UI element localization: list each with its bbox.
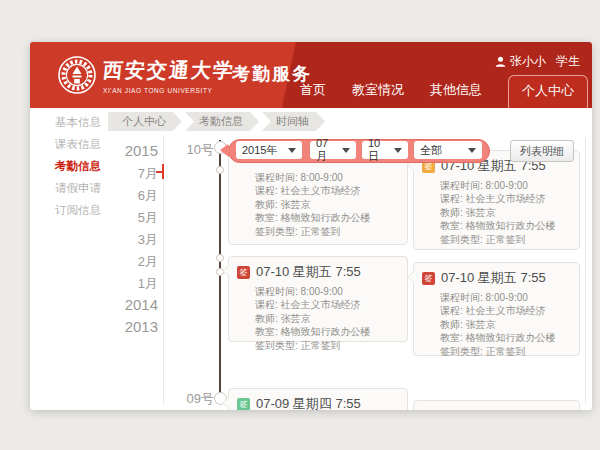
chevron-down-icon	[394, 148, 402, 153]
breadcrumb-attendance-info[interactable]: 考勤信息	[185, 112, 259, 131]
user-role: 学生	[556, 53, 580, 70]
university-name-en: XI'AN JIAO TONG UNIVERSITY	[103, 87, 235, 94]
list-detail-button[interactable]: 列表明细	[510, 140, 574, 162]
card-line-classroom: 教室: 格物致知行政办公楼	[255, 325, 399, 338]
breadcrumb-personal-center[interactable]: 个人中心	[108, 112, 182, 131]
main-nav: 首页 教室情况 其他信息 个人中心	[300, 75, 588, 108]
card-header: 签 07-09 星期四 7:55	[229, 389, 407, 410]
card-line-teacher: 教师: 张芸京	[255, 198, 399, 211]
university-name-cn: 西安交通大学	[102, 57, 237, 84]
type-dropdown-value: 全部	[420, 143, 442, 158]
current-month-marker	[162, 164, 164, 179]
timeline-scale-feb[interactable]: 2月	[90, 253, 158, 271]
card-line-teacher: 教师: 张芸京	[440, 206, 571, 219]
attendance-card[interactable]: 签 07-10 星期五 7:55 课程时间: 8:00-9:00 课程: 社会主…	[413, 150, 580, 250]
card-line-course: 课程: 社会主义市场经济	[255, 184, 399, 197]
card-line-course-time: 课程时间: 8:00-9:00	[440, 291, 571, 304]
filter-controls: 2015年 07月 10日 全部	[228, 139, 490, 163]
card-header: 签 07-10 星期五 7:55	[414, 263, 579, 287]
sidebar-item-basic-info[interactable]: 基本信息	[55, 116, 101, 129]
card-line-teacher: 教师: 张芸京	[440, 318, 571, 331]
university-logo-icon	[57, 55, 97, 95]
breadcrumb-timeline[interactable]: 时间轴	[262, 112, 325, 131]
card-line-signin-type: 签到类型: 正常签到	[440, 233, 571, 246]
signin-stamp-icon: 签	[422, 272, 435, 285]
nav-classrooms[interactable]: 教室情况	[352, 81, 404, 108]
timeline-day-09: 09号	[180, 390, 214, 408]
card-line-course: 课程: 社会主义市场经济	[440, 192, 571, 205]
attendance-card[interactable]: 签 07-10 星期五 7:55 课程时间: 8:00-9:00 课程: 社会主…	[228, 256, 408, 342]
card-line-course: 课程: 社会主义市场经济	[440, 304, 571, 317]
timeline-scale-may[interactable]: 5月	[90, 209, 158, 227]
attendance-card[interactable]	[413, 400, 580, 410]
app-header: 西安交通大学 XI'AN JIAO TONG UNIVERSITY 考勤服务 张…	[30, 42, 592, 108]
scrollbar-track[interactable]	[585, 138, 586, 404]
user-info[interactable]: 张小小 学生	[495, 53, 580, 70]
breadcrumb: 个人中心 考勤信息 时间轴	[108, 112, 325, 131]
card-date: 07-10 星期五 7:55	[256, 263, 361, 281]
timeline-day-10: 10号	[180, 141, 214, 159]
nav-home[interactable]: 首页	[300, 81, 326, 108]
card-body: 课程时间: 8:00-9:00 课程: 社会主义市场经济 教师: 张芸京 教室:…	[229, 151, 407, 246]
timeline-scale-mar[interactable]: 3月	[90, 231, 158, 249]
desktop-background: 西安交通大学 XI'AN JIAO TONG UNIVERSITY 考勤服务 张…	[0, 0, 600, 450]
card-line-course: 课程: 社会主义市场经济	[255, 298, 399, 311]
timeline-scale-jan[interactable]: 1月	[90, 275, 158, 293]
year-dropdown[interactable]: 2015年	[236, 141, 302, 159]
timeline-node	[216, 254, 224, 262]
card-date: 07-09 星期四 7:55	[256, 395, 361, 410]
timeline-scale-2015[interactable]: 2015	[90, 142, 158, 159]
card-body: 课程时间: 8:00-9:00 课程: 社会主义市场经济 教师: 张芸京 教室:…	[229, 281, 407, 360]
timeline-scale-jun[interactable]: 6月	[90, 187, 158, 205]
card-line-course-time: 课程时间: 8:00-9:00	[255, 171, 399, 184]
card-date: 07-10 星期五 7:55	[441, 269, 546, 287]
card-line-signin-type: 签到类型: 正常签到	[255, 225, 399, 238]
signin-stamp-icon: 签	[237, 266, 250, 279]
card-body: 课程时间: 8:00-9:00 课程: 社会主义市场经济 教师: 张芸京 教室:…	[414, 175, 579, 254]
card-body: 课程时间: 8:00-9:00 课程: 社会主义市场经济 教师: 张芸京 教室:…	[414, 287, 579, 366]
chevron-down-icon	[468, 148, 476, 153]
day-dropdown[interactable]: 10日	[362, 141, 408, 159]
card-line-course-time: 课程时间: 8:00-9:00	[255, 285, 399, 298]
timeline-node	[216, 166, 224, 174]
timeline-scale-2014[interactable]: 2014	[90, 296, 158, 313]
card-line-signin-type: 签到类型: 正常签到	[440, 345, 571, 358]
timeline-scale-jul[interactable]: 7月	[90, 165, 158, 183]
chevron-down-icon	[342, 148, 350, 153]
person-icon	[495, 56, 506, 67]
timeline-scale-2013[interactable]: 2013	[90, 318, 158, 335]
attendance-card[interactable]: 签 07-10 星期五 7:55 课程时间: 8:00-9:00 课程: 社会主…	[413, 262, 580, 356]
card-line-classroom: 教室: 格物致知行政办公楼	[440, 219, 571, 232]
signin-stamp-icon: 签	[237, 398, 250, 411]
type-dropdown[interactable]: 全部	[414, 141, 482, 159]
month-dropdown[interactable]: 07月	[310, 141, 356, 159]
attendance-card[interactable]: 签 07-09 星期四 7:55	[228, 388, 408, 410]
attendance-app-window: 西安交通大学 XI'AN JIAO TONG UNIVERSITY 考勤服务 张…	[30, 42, 592, 410]
year-dropdown-value: 2015年	[242, 143, 277, 158]
month-dropdown-value: 07月	[316, 137, 336, 164]
day-dropdown-value: 10日	[368, 137, 388, 164]
nav-personal-center-active[interactable]: 个人中心	[508, 75, 588, 108]
card-line-classroom: 教室: 格物致知行政办公楼	[255, 211, 399, 224]
card-line-course-time: 课程时间: 8:00-9:00	[440, 179, 571, 192]
card-line-classroom: 教室: 格物致知行政办公楼	[440, 331, 571, 344]
attendance-card[interactable]: 课程时间: 8:00-9:00 课程: 社会主义市场经济 教师: 张芸京 教室:…	[228, 150, 408, 245]
university-brand: 西安交通大学 XI'AN JIAO TONG UNIVERSITY	[103, 57, 235, 94]
user-name: 张小小	[510, 53, 546, 70]
card-header: 签 07-10 星期五 7:55	[229, 257, 407, 281]
card-line-teacher: 教师: 张芸京	[255, 312, 399, 325]
nav-other-info[interactable]: 其他信息	[430, 81, 482, 108]
card-line-signin-type: 签到类型: 正常签到	[255, 339, 399, 352]
chevron-down-icon	[288, 148, 296, 153]
